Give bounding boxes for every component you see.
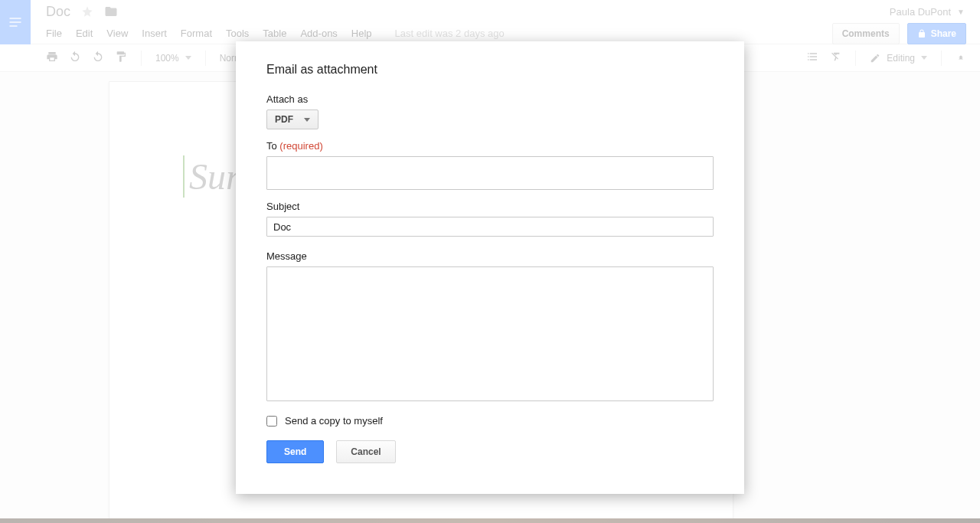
attach-as-label: Attach as xyxy=(266,93,714,105)
subject-field[interactable] xyxy=(266,217,714,237)
to-label: To (required) xyxy=(266,140,714,152)
cancel-button[interactable]: Cancel xyxy=(336,440,395,463)
copy-self-row[interactable]: Send a copy to myself xyxy=(266,415,714,427)
email-attachment-dialog: Email as attachment Attach as PDF To (re… xyxy=(236,41,744,494)
chevron-down-icon xyxy=(304,118,310,122)
send-button[interactable]: Send xyxy=(266,440,324,463)
message-label: Message xyxy=(266,250,714,262)
message-field[interactable] xyxy=(266,266,714,401)
copy-self-label: Send a copy to myself xyxy=(285,415,383,427)
to-field[interactable] xyxy=(266,156,714,190)
subject-label: Subject xyxy=(266,201,714,212)
copy-self-checkbox[interactable] xyxy=(266,416,277,427)
dialog-title: Email as attachment xyxy=(266,63,714,77)
attach-as-dropdown[interactable]: PDF xyxy=(266,110,318,129)
